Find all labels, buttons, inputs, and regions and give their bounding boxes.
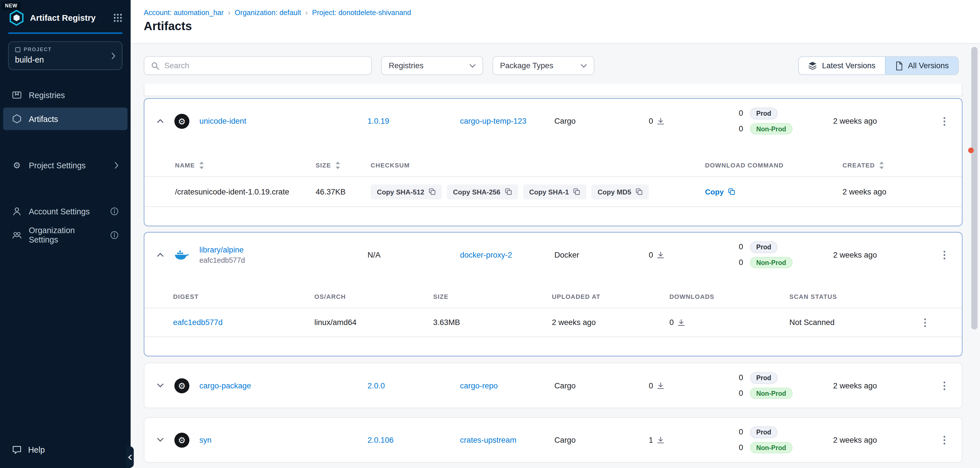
prod-badge: Prod (750, 107, 778, 119)
artifact-name-link[interactable]: unicode-ident (199, 116, 368, 126)
digest-table-header: DIGEST OS/ARCH SIZE UPLOADED AT DOWNLOAD… (145, 286, 962, 308)
sidebar-item-organization-settings[interactable]: Organization Settings (3, 224, 127, 246)
artifact-updated: 2 weeks ago (833, 436, 933, 444)
sidebar-item-artifacts[interactable]: Artifacts (3, 107, 127, 130)
column-header-download-command: DOWNLOAD COMMAND (705, 162, 842, 169)
sidebar-item-label: Artifacts (29, 114, 58, 123)
file-created: 2 weeks ago (842, 187, 947, 196)
breadcrumb-account-link[interactable]: Account: automation_har (144, 9, 224, 16)
row-menu-button[interactable]: ⋮ (937, 378, 952, 393)
column-header-label: CREATED (842, 162, 875, 169)
copy-md5-button[interactable]: Copy MD5 (592, 184, 649, 199)
sidebar-nav: Registries Artifacts ⚙ Project Settings (0, 84, 131, 247)
copy-button-label: Copy SHA-256 (453, 188, 501, 195)
chevron-down-icon (581, 64, 587, 68)
artifact-registry-link[interactable]: cargo-repo (460, 381, 554, 390)
copy-sha512-button[interactable]: Copy SHA-512 (371, 184, 442, 199)
nonprod-badge: Non-Prod (750, 257, 792, 268)
artifact-registry-link[interactable]: crates-upstream (460, 436, 554, 444)
artifact-registry-link[interactable]: docker-proxy-2 (460, 250, 554, 259)
project-selector[interactable]: PROJECT build-en (8, 41, 123, 70)
sidebar-collapse-button[interactable] (126, 446, 134, 468)
copy-download-command-button[interactable]: Copy (705, 187, 735, 196)
digest-link[interactable]: eafc1edb577d (173, 318, 314, 327)
artifact-name-link[interactable]: syn (199, 436, 368, 444)
sidebar-item-registries[interactable]: Registries (3, 84, 127, 106)
account-icon (12, 207, 22, 216)
package-types-filter-dropdown[interactable]: Package Types (493, 56, 594, 75)
artifact-name-link[interactable]: library/alpine (199, 246, 243, 255)
apps-grid-icon[interactable] (113, 13, 123, 22)
sidebar-item-project-settings[interactable]: ⚙ Project Settings (3, 154, 127, 176)
row-menu-button[interactable]: ⋮ (937, 247, 952, 263)
latest-versions-button[interactable]: Latest Versions (799, 57, 885, 75)
column-header-checksum: CHECKSUM (371, 162, 705, 169)
collapse-row-button[interactable] (152, 247, 168, 263)
artifact-registry-link[interactable]: cargo-up-temp-123 (460, 116, 554, 126)
expand-row-button[interactable] (152, 377, 168, 393)
search-box[interactable] (144, 56, 372, 75)
scan-status: Not Scanned (789, 318, 900, 327)
artifact-package-type: Cargo (555, 381, 649, 390)
sidebar-item-label: Registries (29, 91, 65, 100)
artifact-summary-row: library/alpine eafc1edb577d N/A docker-p… (145, 232, 962, 277)
version-view-toggle: Latest Versions All Versions (799, 56, 959, 75)
collapse-row-button[interactable] (152, 113, 168, 129)
artifact-version-link[interactable]: 2.0.0 (368, 381, 460, 390)
row-menu-button[interactable]: ⋮ (937, 433, 952, 447)
breadcrumb-organization-link[interactable]: Organization: default (235, 9, 301, 16)
copy-button-label: Copy MD5 (598, 188, 631, 195)
project-icon (15, 47, 21, 53)
copy-button-label: Copy SHA-512 (377, 188, 424, 195)
file-name: /cratesunicode-ident-1.0.19.crate (175, 187, 316, 196)
prod-badge: Prod (750, 241, 778, 253)
registries-filter-label: Registries (389, 61, 423, 70)
column-header-label: NAME (175, 162, 195, 169)
artifact-version: N/A (368, 250, 460, 259)
column-header-size[interactable]: SIZE (315, 161, 371, 169)
prod-badge: Prod (750, 427, 778, 438)
scrollbar-thumb[interactable] (971, 47, 977, 330)
search-icon (151, 62, 159, 70)
copy-sha256-button[interactable]: Copy SHA-256 (447, 184, 518, 199)
environment-badges: 0 Prod 0 Non-Prod (738, 241, 833, 268)
copy-icon (429, 188, 436, 195)
latest-versions-label: Latest Versions (822, 61, 875, 70)
download-icon (657, 436, 664, 444)
search-input[interactable] (164, 61, 364, 70)
breadcrumb-project-link[interactable]: Project: donotdelete-shivanand (312, 9, 411, 16)
project-name: build-en (15, 55, 111, 65)
nav-spacer (0, 178, 131, 199)
app-title: Artifact Registry (30, 13, 108, 22)
row-menu-button[interactable]: ⋮ (918, 315, 932, 330)
copy-sha1-button[interactable]: Copy SHA-1 (523, 184, 586, 199)
files-table-header: NAME SIZE CHECKSUM DOWNLOAD COMMAND (145, 154, 962, 177)
gear-icon: ⚙ (12, 161, 22, 169)
prod-count: 0 (738, 428, 743, 437)
row-menu-button[interactable]: ⋮ (937, 113, 952, 129)
download-count: 0 (669, 318, 674, 327)
sort-icon (878, 161, 884, 169)
help-button[interactable]: Help (0, 439, 131, 460)
files-table: NAME SIZE CHECKSUM DOWNLOAD COMMAND (145, 154, 962, 226)
registries-filter-dropdown[interactable]: Registries (381, 56, 483, 75)
artifact-summary-row: ⚙ syn 2.0.106 crates-upstream Cargo 1 0 (145, 418, 962, 462)
artifact-version-link[interactable]: 1.0.19 (368, 116, 460, 126)
expand-row-button[interactable] (152, 431, 168, 448)
column-header-name[interactable]: NAME (175, 161, 316, 169)
sort-icon (335, 161, 340, 169)
column-header-label: UPLOADED AT (552, 293, 601, 300)
nonprod-count: 0 (738, 443, 743, 452)
all-versions-button[interactable]: All Versions (885, 57, 958, 75)
artifact-name-link[interactable]: cargo-package (199, 381, 368, 390)
artifact-digest-short: eafc1edb577d (199, 256, 245, 264)
artifact-version-link[interactable]: 2.0.106 (368, 436, 460, 444)
column-header-created[interactable]: CREATED (842, 161, 947, 169)
download-count: 0 (649, 116, 653, 126)
sidebar-item-account-settings[interactable]: Account Settings (3, 200, 127, 223)
column-header-digest: DIGEST (173, 293, 314, 300)
sidebar-item-label: Organization Settings (29, 226, 103, 245)
info-icon (110, 231, 119, 239)
artifact-card-library-alpine: library/alpine eafc1edb577d N/A docker-p… (144, 232, 963, 357)
digest-uploaded-at: 2 weeks ago (552, 318, 669, 327)
